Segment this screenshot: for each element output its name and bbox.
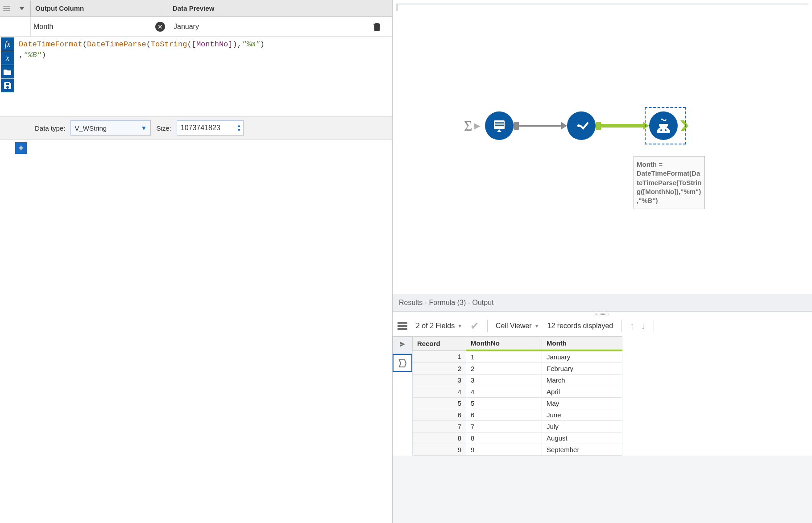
formula-editor[interactable]: DateTimeFormat(DateTimeParse(ToString([M… (15, 37, 392, 116)
connector-1 (514, 124, 567, 128)
size-label: Size: (156, 124, 171, 132)
table-row[interactable]: 11January (413, 350, 622, 363)
table-row[interactable]: 44April (413, 386, 622, 398)
cell-month[interactable]: August (542, 432, 622, 444)
results-table[interactable]: Record MonthNo Month 11January22February… (412, 336, 622, 456)
fields-text: 2 of 2 Fields (416, 322, 455, 330)
rows-view-icon[interactable] (397, 321, 408, 330)
data-preview-value: January (168, 17, 373, 36)
text-input-tool-node[interactable] (485, 111, 514, 140)
cell-month[interactable]: June (542, 409, 622, 421)
output-tab[interactable] (393, 354, 412, 372)
size-down-icon[interactable]: ▼ (237, 128, 241, 132)
collapse-toggle[interactable] (13, 7, 30, 10)
config-header: Output Column Data Preview (0, 0, 392, 17)
cell-monthno[interactable]: 8 (466, 432, 542, 444)
table-row[interactable]: 99September (413, 444, 622, 456)
cell-record[interactable]: 4 (413, 386, 466, 398)
cell-month[interactable]: July (542, 421, 622, 432)
cell-monthno[interactable]: 7 (466, 421, 542, 432)
svg-rect-7 (398, 322, 407, 324)
clear-icon[interactable]: ✕ (155, 22, 165, 32)
output-anchor-icon (680, 120, 688, 131)
up-arrow-icon[interactable]: ↑ (630, 320, 634, 332)
svg-rect-9 (398, 328, 407, 330)
fx-button[interactable]: fx (1, 37, 14, 51)
save-button[interactable] (1, 79, 14, 92)
table-row[interactable]: 88August (413, 432, 622, 444)
grip-icon (0, 0, 13, 16)
header-output-column: Output Column (30, 1, 168, 16)
size-input[interactable]: 1073741823 ▲ ▼ (177, 120, 244, 136)
right-panel: Σ ▶ (393, 0, 812, 523)
cell-record[interactable]: 1 (413, 350, 466, 363)
col-record[interactable]: Record (413, 337, 466, 351)
cell-month[interactable]: March (542, 375, 622, 386)
cell-record[interactable]: 5 (413, 398, 466, 409)
svg-rect-2 (495, 124, 504, 124)
datatype-label: Data type: (35, 124, 65, 132)
results-grid: Record MonthNo Month 11January22February… (393, 336, 812, 456)
formula-config-panel: Output Column Data Preview ✕ January fx … (0, 0, 393, 523)
formula-body: fx x DateTimeFormat(DateTimeParse(ToStri… (0, 37, 392, 117)
cell-monthno[interactable]: 9 (466, 444, 542, 456)
cell-record[interactable]: 9 (413, 444, 466, 456)
datatype-select[interactable]: V_WString ▼ (70, 120, 151, 136)
output-row: ✕ January (0, 17, 392, 37)
sigma-icon: Σ (464, 118, 472, 134)
col-monthno[interactable]: MonthNo (466, 337, 542, 351)
results-panel: Results - Formula (3) - Output 2 of 2 Fi… (393, 294, 812, 523)
cell-monthno[interactable]: 3 (466, 375, 542, 386)
approve-icon[interactable]: ✔ (470, 320, 479, 332)
table-row[interactable]: 66June (413, 409, 622, 421)
svg-rect-1 (495, 122, 504, 123)
svg-point-6 (665, 129, 667, 131)
cell-record[interactable]: 6 (413, 409, 466, 421)
open-button[interactable] (1, 65, 14, 78)
sigma-arrow-icon: ▶ (474, 121, 481, 131)
formula-tool-annotation[interactable]: Month = DateTimeFormat(DateTimeParse(ToS… (634, 156, 705, 209)
cell-record[interactable]: 7 (413, 421, 466, 432)
workflow-canvas[interactable]: Σ ▶ (393, 0, 812, 294)
cell-record[interactable]: 3 (413, 375, 466, 386)
cell-month[interactable]: February (542, 363, 622, 375)
cell-viewer-selector[interactable]: Cell Viewer ▼ (496, 322, 539, 330)
datatype-value: V_WString (75, 124, 107, 132)
cell-record[interactable]: 2 (413, 363, 466, 375)
table-row[interactable]: 22February (413, 363, 622, 375)
cell-monthno[interactable]: 5 (466, 398, 542, 409)
table-row[interactable]: 33March (413, 375, 622, 386)
cell-month[interactable]: May (542, 398, 622, 409)
delete-icon[interactable] (373, 22, 392, 32)
header-data-preview: Data Preview (168, 1, 373, 16)
results-title: Results - Formula (3) - Output (393, 294, 812, 312)
cell-monthno[interactable]: 6 (466, 409, 542, 421)
cell-monthno[interactable]: 4 (466, 386, 542, 398)
col-month[interactable]: Month (542, 337, 622, 351)
fields-selector[interactable]: 2 of 2 Fields ▼ (416, 322, 462, 330)
svg-rect-8 (398, 325, 407, 327)
cell-month[interactable]: January (542, 350, 622, 363)
cell-monthno[interactable]: 2 (466, 363, 542, 375)
table-row[interactable]: 77July (413, 421, 622, 432)
select-tool-node[interactable] (567, 111, 596, 140)
cell-monthno[interactable]: 1 (466, 350, 542, 363)
down-arrow-icon[interactable]: ↓ (641, 320, 646, 332)
cell-month[interactable]: September (542, 444, 622, 456)
records-displayed: 12 records displayed (547, 322, 613, 330)
cell-month[interactable]: April (542, 386, 622, 398)
chevron-down-icon: ▼ (141, 124, 147, 132)
resize-grip[interactable] (393, 312, 812, 316)
cell-record[interactable]: 8 (413, 432, 466, 444)
formula-tool-node[interactable] (649, 111, 678, 140)
tool-column: fx x (0, 37, 15, 116)
cell-viewer-text: Cell Viewer (496, 322, 532, 330)
x-button[interactable]: x (1, 51, 14, 65)
datatype-row: Data type: V_WString ▼ Size: 1073741823 … (0, 117, 392, 140)
connector-2 (596, 124, 649, 128)
messages-tab[interactable] (393, 336, 412, 354)
output-column-input[interactable] (33, 23, 155, 31)
add-expression-button[interactable]: + (15, 142, 27, 154)
table-row[interactable]: 55May (413, 398, 622, 409)
results-toolbar: 2 of 2 Fields ▼ ✔ Cell Viewer ▼ 12 recor… (393, 316, 812, 336)
